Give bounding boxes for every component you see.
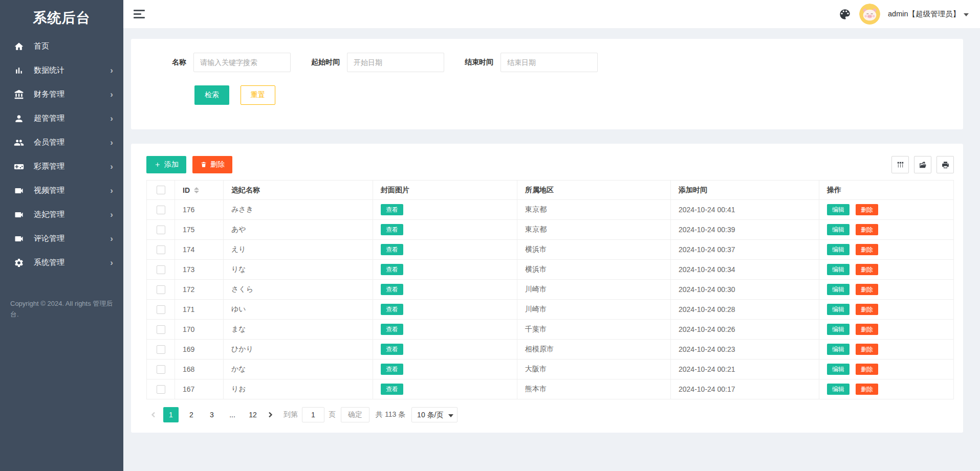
row-checkbox[interactable] [157,206,165,214]
row-checkbox[interactable] [157,285,165,294]
edit-button[interactable]: 编辑 [827,284,850,295]
page-number[interactable]: 12 [245,407,260,422]
goto-page-input[interactable] [302,407,324,422]
select-all-checkbox[interactable] [157,186,165,194]
gear-icon [14,258,24,268]
edit-button[interactable]: 编辑 [827,224,850,235]
chevron-right-icon: › [110,90,113,99]
cell-name: かな [224,360,373,379]
start-date-input[interactable] [347,53,444,72]
delete-button[interactable]: 删除 [856,304,878,315]
column-header-name: 选妃名称 [224,181,373,200]
search-button[interactable]: 检索 [194,85,229,105]
sidebar-menu-item[interactable]: 超管管理 › [0,106,123,130]
avatar[interactable] [859,4,880,25]
edit-button[interactable]: 编辑 [827,344,850,355]
cell-time: 2024-10-24 00:41 [671,200,819,220]
sort-icon[interactable] [194,187,199,193]
sidebar-menu-item[interactable]: 财务管理 › [0,82,123,106]
cell-id: 171 [175,300,224,320]
edit-button[interactable]: 编辑 [827,204,850,215]
view-cover-button[interactable]: 查看 [381,224,403,235]
reset-button[interactable]: 重置 [241,85,275,105]
trash-icon [200,161,207,168]
chevron-right-icon: › [110,186,113,195]
sidebar-menu-item[interactable]: 首页 [0,34,123,58]
delete-button[interactable]: 删除 [856,344,878,355]
add-button[interactable]: 添加 [146,156,186,173]
row-checkbox[interactable] [157,365,165,374]
view-cover-button[interactable]: 查看 [381,304,403,315]
edit-button[interactable]: 编辑 [827,304,850,315]
cell-time: 2024-10-24 00:23 [671,340,819,360]
page-number[interactable]: 2 [184,407,199,422]
view-cover-button[interactable]: 查看 [381,364,403,375]
sidebar-menu-item[interactable]: 评论管理 › [0,227,123,251]
sidebar-item-label: 会员管理 [34,138,64,147]
view-cover-button[interactable]: 查看 [381,284,403,295]
filter-columns-button[interactable] [891,156,909,173]
print-icon [941,161,950,169]
delete-button[interactable]: 删除 [856,264,878,275]
keyword-input[interactable] [193,53,291,72]
batch-delete-button[interactable]: 删除 [192,156,232,173]
table-row: 174 えり 查看 横浜市 2024-10-24 00:37 编辑 删除 [147,240,954,260]
edit-button[interactable]: 编辑 [827,324,850,335]
cell-id: 172 [175,280,224,300]
delete-button[interactable]: 删除 [856,224,878,235]
sidebar-menu-item[interactable]: 选妃管理 › [0,203,123,227]
row-checkbox[interactable] [157,245,165,254]
view-cover-button[interactable]: 查看 [381,384,403,395]
cell-time: 2024-10-24 00:26 [671,320,819,340]
prev-page-button[interactable] [146,407,161,422]
view-cover-button[interactable]: 查看 [381,324,403,335]
sidebar-menu-item[interactable]: 视频管理 › [0,178,123,203]
gamepad-icon [14,162,24,172]
end-date-input[interactable] [500,53,598,72]
cell-region: 千葉市 [517,320,671,340]
row-checkbox[interactable] [157,325,165,334]
confirm-page-button[interactable]: 确定 [341,407,369,422]
per-page-select[interactable]: 10 条/页 [411,407,458,422]
sidebar-menu: 首页 数据统计 › 财务管理 › 超管管理 › [0,34,123,275]
delete-button[interactable]: 删除 [856,244,878,255]
print-button[interactable] [937,156,954,173]
cell-name: まな [224,320,373,340]
menu-toggle-icon[interactable] [134,10,147,18]
edit-button[interactable]: 编辑 [827,384,850,395]
delete-button[interactable]: 删除 [856,324,878,335]
delete-button[interactable]: 删除 [856,384,878,395]
delete-button[interactable]: 删除 [856,284,878,295]
table-panel: 添加 删除 [131,144,963,433]
next-page-button[interactable] [263,407,277,422]
view-cover-button[interactable]: 查看 [381,264,403,275]
sidebar-menu-item[interactable]: 数据统计 › [0,58,123,82]
edit-button[interactable]: 编辑 [827,244,850,255]
delete-button[interactable]: 删除 [856,204,878,215]
cell-name: ひかり [224,340,373,360]
sidebar-menu-item[interactable]: 彩票管理 › [0,154,123,178]
sidebar-menu-item[interactable]: 系统管理 › [0,251,123,275]
edit-button[interactable]: 编辑 [827,364,850,375]
page-number[interactable]: ... [225,407,240,422]
delete-button[interactable]: 删除 [856,364,878,375]
page-number[interactable]: 3 [204,407,220,422]
export-button[interactable] [914,156,931,173]
page-number[interactable]: 1 [163,407,179,422]
view-cover-button[interactable]: 查看 [381,244,403,255]
row-checkbox[interactable] [157,305,165,314]
row-checkbox[interactable] [157,226,165,234]
search-panel: 名称 起始时间 结束时间 检索 重置 [131,39,963,129]
sidebar-item-label: 彩票管理 [34,162,64,171]
sidebar-menu-item[interactable]: 会员管理 › [0,130,123,154]
theme-palette-icon[interactable] [838,8,852,21]
view-cover-button[interactable]: 查看 [381,204,403,215]
view-cover-button[interactable]: 查看 [381,344,403,355]
bank-icon [14,89,24,100]
row-checkbox[interactable] [157,345,165,354]
edit-button[interactable]: 编辑 [827,264,850,275]
cell-region: 東京都 [517,220,671,240]
user-menu[interactable]: admin【超级管理员】 [888,9,969,19]
row-checkbox[interactable] [157,385,165,394]
row-checkbox[interactable] [157,265,165,274]
